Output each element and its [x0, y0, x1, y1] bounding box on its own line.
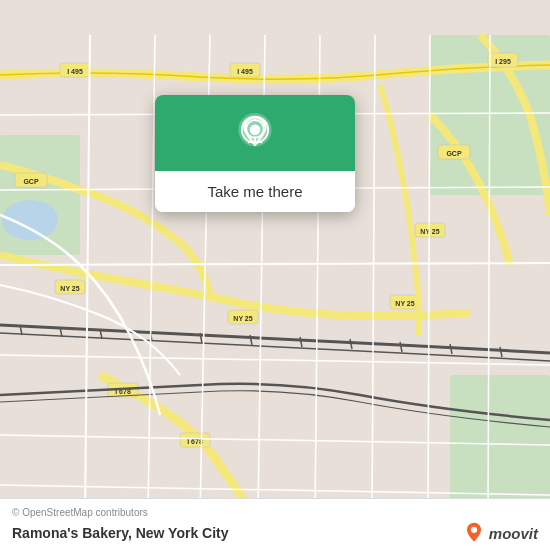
svg-text:NY 25: NY 25 — [233, 315, 252, 322]
svg-text:GCP: GCP — [446, 150, 462, 157]
svg-text:NY 25: NY 25 — [395, 300, 414, 307]
map-container: I 495 I 495 I 295 GCP GCP NY 25 NY 25 NY… — [0, 0, 550, 550]
take-me-there-button[interactable]: Take me there — [155, 171, 355, 212]
moovit-logo: moovit — [463, 522, 538, 544]
moovit-brand-text: moovit — [489, 525, 538, 542]
svg-point-57 — [251, 125, 258, 132]
map-attribution: © OpenStreetMap contributors — [12, 507, 538, 518]
popup-green-header — [155, 95, 355, 171]
place-name: Ramona's Bakery, New York City — [12, 525, 229, 541]
moovit-pin-icon — [463, 522, 485, 544]
svg-text:I 495: I 495 — [67, 68, 83, 75]
bottom-bar: © OpenStreetMap contributors Ramona's Ba… — [0, 498, 550, 550]
svg-text:NY 25: NY 25 — [420, 228, 439, 235]
location-pin-icon — [233, 113, 277, 157]
place-info: Ramona's Bakery, New York City moovit — [12, 522, 538, 544]
svg-text:I 495: I 495 — [237, 68, 253, 75]
popup-card: Take me there — [155, 95, 355, 212]
map-background: I 495 I 495 I 295 GCP GCP NY 25 NY 25 NY… — [0, 0, 550, 550]
svg-text:NY 25: NY 25 — [60, 285, 79, 292]
svg-text:I 295: I 295 — [495, 58, 511, 65]
svg-text:GCP: GCP — [23, 178, 39, 185]
svg-point-58 — [471, 527, 477, 533]
